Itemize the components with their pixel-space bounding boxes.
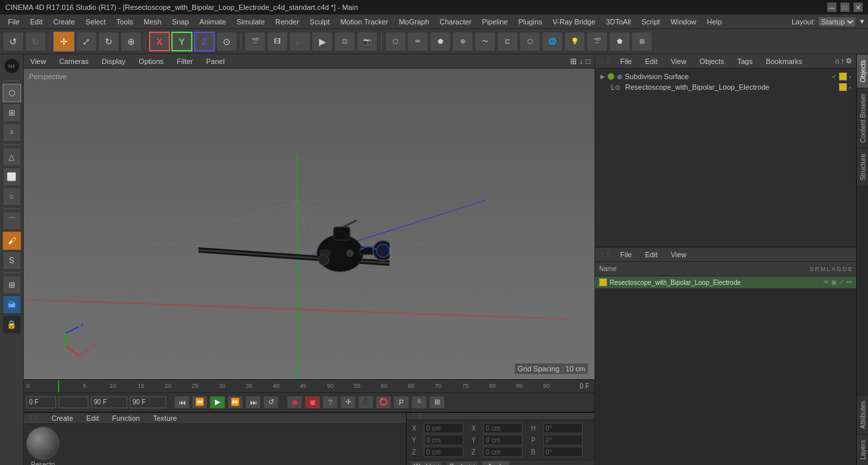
coord-b-input[interactable] [543,447,583,457]
menu-3dtoall[interactable]: 3DToAll [600,16,636,27]
tool-pyramid[interactable]: △ [3,148,21,166]
material-menu-create[interactable]: Create [47,413,77,423]
z-axis-button[interactable]: Z [194,32,215,51]
undo-button[interactable]: ↺ [3,32,24,51]
tool-bezier[interactable]: ⌒ [3,212,21,230]
menu-motiontacker[interactable]: Motion Tracker [335,16,393,27]
prev-frame-button[interactable]: ⏪ [192,396,208,409]
render-region2-button[interactable]: ⊡ [334,32,355,51]
obj-subdivision-surface[interactable]: ▶ ⊕ Subdivision Surface ✓ • [598,71,854,82]
material-thumbnail[interactable] [26,427,59,460]
tab-structure[interactable]: Structure [857,148,868,186]
menu-mograph[interactable]: MoGraph [393,16,434,27]
tab-objects[interactable]: Objects [857,54,868,88]
transform-tool-button[interactable]: ⊕ [121,32,142,51]
scale-tool-button[interactable]: ⤢ [76,32,97,51]
current-frame-input[interactable] [26,396,56,408]
menu-plugins[interactable]: Plugins [513,16,547,27]
menu-sculpt[interactable]: Sculpt [304,16,335,27]
material-item[interactable]: Resecto [26,427,59,465]
tool2-button[interactable]: ⊞ [631,32,652,51]
record-button[interactable]: ⏺ [287,396,303,409]
minimize-button[interactable]: — [827,3,836,12]
material-menu-function[interactable]: Function [108,413,144,423]
play-button[interactable]: ▶ [210,396,225,409]
coord-p-input[interactable] [543,435,583,445]
free-axis-button[interactable]: ⊙ [216,32,237,51]
menu-create[interactable]: Create [48,16,80,27]
menu-script[interactable]: Script [636,16,665,27]
obj-mgr-view[interactable]: View [667,249,691,260]
spline-button[interactable]: 〜 [475,32,496,51]
render-all-button[interactable]: 🎥 [289,32,310,51]
light-button[interactable]: 💡 [564,32,585,51]
tool1-button[interactable]: ⬟ [609,32,630,51]
loop-button[interactable]: ↺ [263,396,279,409]
next-frame-button[interactable]: ⏩ [227,396,243,409]
layout-select[interactable]: Startup [818,16,856,27]
coord-y-input[interactable] [424,435,463,445]
icon-eye[interactable]: 👁 [823,279,829,286]
camera-extra-button[interactable]: 🎬 [587,32,608,51]
menu-animate[interactable]: Animate [194,16,231,27]
viewport-menu-filter[interactable]: Filter [174,56,195,67]
tool-cube[interactable]: ⬡ [3,84,21,102]
move-tool-button[interactable]: ✛ [53,32,74,51]
polygon-button[interactable]: ⬟ [430,32,451,51]
menu-simulate[interactable]: Simulate [231,16,270,27]
viewport-menu-panel[interactable]: Panel [204,56,227,67]
coord-z-input[interactable] [424,447,463,457]
menu-tools[interactable]: Tools [111,16,138,27]
coord-h-input[interactable] [543,423,583,433]
y-axis-button[interactable]: Y [171,32,192,51]
menu-window[interactable]: Window [665,16,701,27]
obj-mgr-file[interactable]: File [616,249,636,260]
panel-icon-settings[interactable]: ⚙ [846,57,852,65]
viewport-menu-view[interactable]: View [28,56,49,67]
coords-scale-select[interactable]: Scale [446,461,478,465]
window-controls[interactable]: — □ ✕ [827,3,863,12]
viewport-3d[interactable]: Perspective X Y Z Grid Spacing : 10 cm [24,69,594,379]
x-axis-button[interactable]: X [149,32,170,51]
select-key-button[interactable]: ✛ [340,396,356,409]
start-frame-input[interactable] [59,396,88,408]
material-menu-edit[interactable]: Edit [82,413,103,423]
menu-pipeline[interactable]: Pipeline [477,16,513,27]
panel-tags[interactable]: Tags [734,56,757,67]
viewport-icon-2[interactable]: ↓ [579,57,583,66]
key-circle-button[interactable]: ⭕ [376,396,391,409]
panel-bookmarks[interactable]: Bookmarks [762,56,806,67]
viewport-menu-options[interactable]: Options [136,56,166,67]
menu-vraybridge[interactable]: V-Ray Bridge [548,16,601,27]
apply-button[interactable]: Apply [482,460,510,465]
maximize-button[interactable]: □ [840,3,850,12]
tool-sculpt[interactable]: 🏔 [3,295,21,314]
viewport-icon-3[interactable]: □ [586,57,591,66]
goto-start-button[interactable]: ⏮ [174,396,190,409]
material-menu-texture[interactable]: Texture [149,413,181,423]
goto-end-button[interactable]: ⏭ [245,396,261,409]
menu-character[interactable]: Character [434,16,477,27]
coord-x-rot-input[interactable] [483,423,523,433]
menu-edit[interactable]: Edit [25,16,48,27]
obj-manager-row[interactable]: Resectoscope_with_Bipolar_Loop_Electrode… [595,276,856,288]
tool-stamp[interactable]: S [3,251,21,270]
render-picture-button[interactable]: 📷 [357,32,378,51]
tab-content-browser[interactable]: Content Browser [857,88,868,148]
obj-mgr-edit[interactable]: Edit [641,249,662,260]
menu-mesh[interactable]: Mesh [138,16,167,27]
menu-file[interactable]: File [3,16,25,27]
tool-paint[interactable]: 🖌 [3,232,21,250]
render-active-button[interactable]: ▶ [312,32,333,51]
paint-button[interactable]: ✏ [407,32,428,51]
model-button[interactable]: ⬡ [519,32,540,51]
coord-y-rot-input[interactable] [483,435,523,445]
viewport-menu-cameras[interactable]: Cameras [57,56,92,67]
question-button[interactable]: ? [322,396,338,409]
menu-help[interactable]: Help [702,16,728,27]
deformer-button[interactable]: ⊏ [497,32,518,51]
max-frame-input[interactable] [130,396,166,408]
coord-x-input[interactable] [424,423,463,433]
p-button[interactable]: P [393,396,409,409]
viewport-menu-display[interactable]: Display [99,56,128,67]
